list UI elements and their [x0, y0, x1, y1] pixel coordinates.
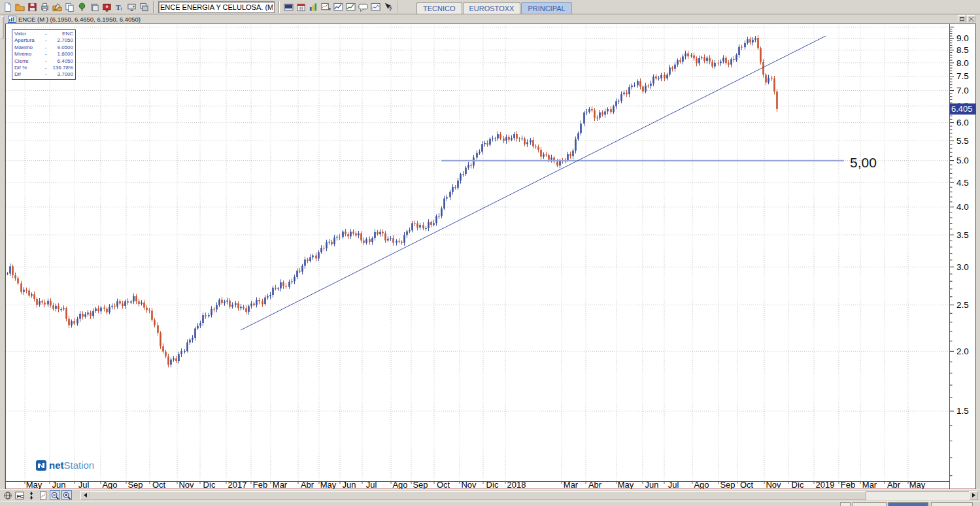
- zoom-in-icon[interactable]: [61, 490, 72, 500]
- svg-text:Jun: Jun: [645, 480, 659, 489]
- workspace-tabs: TECNICOEUROSTOXXPRINCIPAL: [416, 0, 573, 14]
- comment-icon[interactable]: [357, 1, 369, 13]
- toolbar-separator: [279, 1, 280, 13]
- svg-text:2019: 2019: [816, 480, 835, 489]
- toolbar-separator: [153, 1, 154, 13]
- status-segment: [840, 502, 851, 506]
- status-segment: [853, 502, 887, 506]
- svg-text:Abr: Abr: [588, 480, 602, 489]
- svg-text:2.0: 2.0: [956, 346, 969, 356]
- chart-add-icon[interactable]: [320, 1, 332, 13]
- svg-text:Sep: Sep: [127, 480, 143, 489]
- page-chart-icon[interactable]: [38, 490, 48, 500]
- left-panel-splitter[interactable]: [0, 14, 5, 489]
- support-price-label: 5,00: [850, 155, 877, 170]
- svg-text:Ago: Ago: [392, 480, 407, 489]
- close-window-button[interactable]: [967, 15, 975, 22]
- svg-text:6.0: 6.0: [956, 118, 969, 127]
- split-vertical-icon[interactable]: [26, 490, 37, 500]
- terminal-icon[interactable]: [282, 1, 295, 13]
- svg-text:Sep: Sep: [720, 480, 735, 489]
- zoom-out-icon[interactable]: [50, 490, 60, 500]
- symbol-input[interactable]: [158, 1, 275, 13]
- svg-text:Nov: Nov: [178, 480, 194, 489]
- edit-folder-icon[interactable]: [51, 1, 63, 13]
- line-chart-blue-icon[interactable]: [332, 1, 345, 13]
- svg-text:2018: 2018: [507, 480, 526, 489]
- svg-text:7.5: 7.5: [956, 71, 969, 81]
- file-icon-group: Tt: [1, 1, 150, 13]
- chart-frame-icon[interactable]: [369, 1, 382, 13]
- line-chart-green-icon[interactable]: [345, 1, 357, 13]
- tab-tecnico[interactable]: TECNICO: [416, 2, 462, 14]
- alert-screen-icon[interactable]: [101, 1, 113, 13]
- cascade-windows-icon[interactable]: [138, 1, 150, 13]
- print-icon[interactable]: [39, 1, 51, 13]
- bar-chart-icon[interactable]: [307, 1, 320, 13]
- open-folder-icon[interactable]: [14, 1, 26, 13]
- svg-text:Jun: Jun: [52, 480, 66, 489]
- scroll-right-button[interactable]: [969, 491, 978, 500]
- svg-text:Jul: Jul: [668, 480, 679, 489]
- globe-icon[interactable]: [3, 490, 13, 500]
- svg-text:Sep: Sep: [413, 480, 428, 489]
- svg-text:Dic: Dic: [486, 480, 499, 489]
- new-document-icon[interactable]: [1, 1, 14, 13]
- fc-box-icon[interactable]: FC: [14, 490, 25, 500]
- svg-text:Oct: Oct: [152, 480, 166, 489]
- svg-text:2017: 2017: [228, 480, 247, 489]
- scrollbar-thumb[interactable]: [90, 491, 866, 500]
- svg-text:Jun: Jun: [343, 480, 356, 489]
- svg-text:1.5: 1.5: [956, 406, 969, 416]
- svg-text:Ago: Ago: [694, 480, 709, 489]
- svg-text:9.0: 9.0: [956, 33, 969, 43]
- svg-text:Ago: Ago: [102, 480, 117, 489]
- font-size-icon[interactable]: Tt: [113, 1, 126, 13]
- svg-text:Abr: Abr: [887, 480, 901, 489]
- svg-text:FC: FC: [17, 493, 24, 499]
- svg-text:Mar: Mar: [862, 480, 877, 489]
- svg-text:Nov: Nov: [766, 480, 781, 489]
- svg-text:6.405: 6.405: [951, 104, 973, 114]
- screen-share-icon[interactable]: [126, 1, 138, 13]
- svg-text:Dic: Dic: [203, 480, 216, 489]
- svg-text:Feb: Feb: [841, 480, 855, 489]
- restore-window-button[interactable]: [958, 15, 966, 22]
- status-segment-active[interactable]: [888, 502, 928, 506]
- info-row: Apertura-2.7050: [14, 37, 73, 44]
- chart-tool-icons: FC: [2, 490, 73, 500]
- svg-text:Jul: Jul: [366, 480, 377, 489]
- svg-text:5.5: 5.5: [956, 136, 969, 146]
- save-icon[interactable]: [26, 1, 39, 13]
- info-row: Dif-3.7000: [14, 71, 73, 78]
- svg-text:3.0: 3.0: [956, 262, 969, 272]
- chart-icon-group: ?: [282, 1, 394, 13]
- svg-text:Oct: Oct: [437, 480, 450, 489]
- tree-view-icon[interactable]: [76, 1, 88, 13]
- svg-text:3.5: 3.5: [956, 230, 969, 240]
- calendar-icon[interactable]: [295, 1, 307, 13]
- info-row: Mínimo-1.8000: [14, 51, 73, 58]
- toolbar-separator: [397, 1, 398, 13]
- svg-text:?: ?: [388, 5, 392, 12]
- documents-icon[interactable]: [88, 1, 101, 13]
- scroll-left-button[interactable]: [80, 491, 90, 500]
- help-cursor-icon[interactable]: ?: [382, 1, 394, 13]
- svg-text:4.5: 4.5: [956, 178, 969, 188]
- horizontal-scrollbar[interactable]: [80, 491, 978, 500]
- tab-principal[interactable]: PRINCIPAL: [521, 2, 571, 14]
- status-segment: [931, 502, 973, 506]
- copy-icon[interactable]: [63, 1, 76, 13]
- candlestick-chart[interactable]: MayJunJulAgoSepOctNovDic2017FebMarAbrMay…: [5, 24, 980, 489]
- info-row: Máximo-9.0500: [14, 44, 73, 51]
- svg-text:Feb: Feb: [253, 480, 267, 489]
- scrollbar-track[interactable]: [866, 491, 969, 500]
- splitter-grip-icon: [1, 16, 4, 39]
- bottom-toolbar: FC: [0, 489, 980, 501]
- svg-text:8.5: 8.5: [956, 45, 969, 55]
- svg-text:5.0: 5.0: [956, 156, 969, 165]
- status-strip: [0, 501, 980, 506]
- logo-station-text: Station: [64, 460, 95, 471]
- tab-eurostoxx[interactable]: EUROSTOXX: [463, 2, 521, 14]
- svg-text:May: May: [26, 480, 42, 489]
